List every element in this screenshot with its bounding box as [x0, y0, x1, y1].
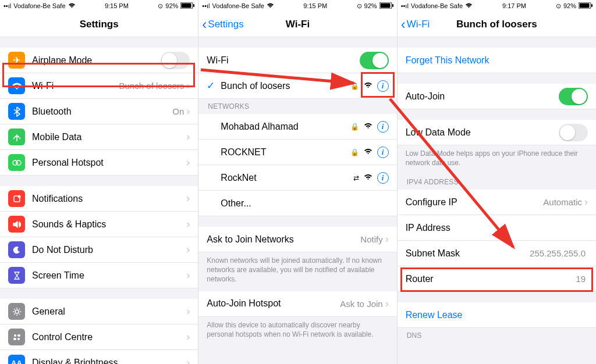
row-connected-network[interactable]: ✓ Bunch of loosers 🔒 i	[198, 73, 396, 99]
wifi-strength-icon	[364, 148, 372, 156]
chevron-right-icon: ›	[186, 305, 190, 317]
chevron-right-icon: ›	[186, 131, 190, 143]
svg-rect-17	[591, 4, 593, 7]
chevron-right-icon: ›	[186, 156, 190, 169]
sounds-label: Sounds & Haptics	[32, 219, 186, 230]
lowdata-footer: Low Data Mode helps apps on your iPhone …	[398, 145, 596, 174]
lock-icon: 🔒	[350, 148, 359, 156]
ask-detail: Notify	[360, 234, 382, 244]
row-general[interactable]: General ›	[0, 299, 198, 324]
row-bluetooth[interactable]: Bluetooth On ›	[0, 99, 198, 124]
info-icon[interactable]: i	[377, 121, 389, 133]
nav-bar: ‹ Wi-Fi Bunch of loosers	[398, 12, 596, 37]
forget-label: Forget This Network	[406, 55, 588, 66]
row-wifi-toggle[interactable]: Wi-Fi	[198, 48, 396, 73]
alarm-icon: ⊙	[556, 2, 561, 10]
info-icon[interactable]: i	[377, 80, 389, 92]
router-label: Router	[406, 274, 576, 284]
configure-detail: Automatic	[543, 197, 582, 207]
connected-network-label: Bunch of loosers	[221, 81, 350, 91]
chevron-left-icon: ‹	[401, 17, 406, 31]
battery-icon	[180, 2, 194, 10]
notifications-label: Notifications	[32, 194, 186, 204]
row-other-network[interactable]: Other...	[198, 191, 396, 216]
ipaddr-label: IP Address	[406, 223, 588, 233]
hotspot-label: Personal Hotspot	[32, 158, 186, 168]
settings-list[interactable]: ✈ Airplane Mode Wi-Fi Bunch of loosers ›…	[0, 37, 198, 364]
row-ask-to-join[interactable]: Ask to Join Networks Notify ›	[198, 227, 396, 252]
page-title: Settings	[80, 19, 119, 30]
info-icon[interactable]: i	[377, 147, 389, 158]
battery-pct: 92%	[364, 2, 377, 9]
lock-icon: 🔒	[350, 82, 359, 90]
subnet-value: 255.255.255.0	[530, 248, 586, 258]
control-label: Control Centre	[32, 332, 186, 342]
row-network[interactable]: Mohabad Alhamad 🔒 i	[198, 114, 396, 140]
detail-list[interactable]: Forget This Network Auto-Join Low Data M…	[398, 37, 596, 364]
wifi-label: Wi-Fi	[32, 81, 119, 91]
bluetooth-label: Bluetooth	[32, 106, 172, 117]
info-icon[interactable]: i	[377, 172, 389, 184]
mobile-data-label: Mobile Data	[32, 132, 186, 142]
row-airplane-mode[interactable]: ✈ Airplane Mode	[0, 48, 198, 73]
row-auto-join-hotspot[interactable]: Auto-Join Hotspot Ask to Join ›	[198, 291, 396, 317]
back-label: Settings	[208, 19, 243, 30]
row-network[interactable]: RockNet ⇄ i	[198, 165, 396, 191]
row-configure-ip[interactable]: Configure IP Automatic ›	[398, 190, 596, 215]
lowdata-toggle[interactable]	[559, 124, 588, 141]
row-dnd[interactable]: Do Not Disturb ›	[0, 237, 198, 263]
wifi-list[interactable]: Wi-Fi ✓ Bunch of loosers 🔒 i NETWORKS Mo…	[198, 37, 396, 364]
notifications-icon	[8, 190, 25, 207]
chevron-right-icon: ›	[186, 80, 190, 92]
svg-rect-9	[17, 334, 20, 337]
autohotspot-footer: Allow this device to automatically disco…	[198, 317, 396, 346]
networks-header: NETWORKS	[198, 99, 396, 114]
row-auto-join[interactable]: Auto-Join	[398, 84, 596, 109]
chevron-right-icon: ›	[186, 218, 190, 230]
row-sounds[interactable]: Sounds & Haptics ›	[0, 212, 198, 237]
general-label: General	[32, 306, 186, 317]
bluetooth-detail: On	[172, 106, 184, 116]
row-network[interactable]: ROCKNET 🔒 i	[198, 140, 396, 165]
chevron-right-icon: ›	[385, 298, 389, 310]
back-button[interactable]: ‹ Settings	[202, 17, 243, 31]
row-forget-network[interactable]: Forget This Network	[398, 48, 596, 73]
autohotspot-label: Auto-Join Hotspot	[207, 298, 340, 309]
back-button[interactable]: ‹ Wi-Fi	[401, 17, 430, 31]
row-router: Router 19	[398, 266, 596, 292]
row-hotspot[interactable]: Personal Hotspot ›	[0, 150, 198, 176]
svg-point-7	[15, 310, 19, 313]
row-mobile-data[interactable]: Mobile Data ›	[0, 124, 198, 150]
svg-rect-13	[380, 3, 390, 8]
signal-icon: ••ıl	[202, 2, 210, 9]
airplane-icon: ✈	[8, 52, 25, 69]
wifi-detail: Bunch of loosers	[119, 81, 185, 91]
airplane-toggle[interactable]	[161, 52, 190, 69]
signal-icon: ••ıl	[3, 2, 11, 9]
row-screen-time[interactable]: Screen Time ›	[0, 263, 198, 288]
alarm-icon: ⊙	[357, 2, 362, 10]
carrier-label: Vodafone-Be Safe	[411, 2, 463, 9]
carrier-label: Vodafone-Be Safe	[212, 2, 264, 9]
wifi-status-icon	[267, 2, 274, 9]
row-control-centre[interactable]: Control Centre ›	[0, 324, 198, 350]
subnet-label: Subnet Mask	[406, 248, 530, 259]
clock-label: 9:17 PM	[502, 2, 526, 9]
row-display[interactable]: AA Display & Brightness ›	[0, 350, 198, 364]
gear-icon	[8, 303, 25, 320]
chevron-right-icon: ›	[186, 105, 190, 117]
row-wifi[interactable]: Wi-Fi Bunch of loosers ›	[0, 73, 198, 99]
aa-icon: AA	[8, 355, 25, 365]
autohotspot-detail: Ask to Join	[340, 299, 382, 309]
row-notifications[interactable]: Notifications ›	[0, 186, 198, 212]
clock-label: 9:15 PM	[303, 2, 327, 9]
row-renew-lease[interactable]: Renew Lease	[398, 302, 596, 328]
row-low-data-mode[interactable]: Low Data Mode	[398, 120, 596, 145]
chevron-right-icon: ›	[186, 331, 190, 343]
hotspot-small-icon: ⇄	[353, 174, 359, 182]
wifi-toggle[interactable]	[360, 52, 389, 69]
hotspot-icon	[8, 154, 25, 171]
renew-label: Renew Lease	[406, 310, 588, 320]
chevron-right-icon: ›	[385, 233, 389, 245]
autojoin-toggle[interactable]	[559, 88, 588, 105]
